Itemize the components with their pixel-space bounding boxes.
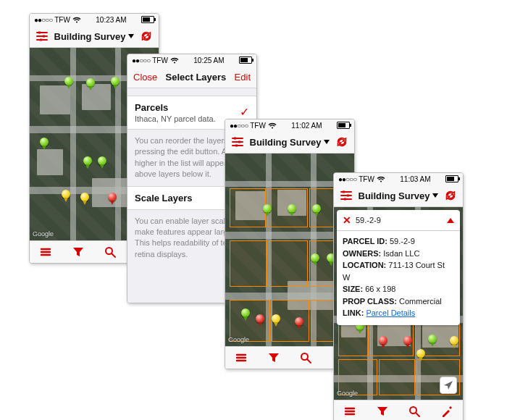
status-time: 10:23 AM — [96, 16, 126, 24]
list-button[interactable] — [38, 244, 54, 260]
pin-yellow[interactable] — [80, 193, 89, 201]
refresh-button[interactable] — [334, 134, 350, 150]
status-time: 11:02 AM — [291, 122, 322, 130]
project-title: Building Survey — [359, 190, 430, 201]
collapse-icon[interactable] — [447, 218, 454, 223]
status-bar: ●●○○○ TFW 11:02 AM — [225, 119, 354, 131]
parcel-outline[interactable] — [379, 359, 415, 395]
pin-yellow[interactable] — [62, 190, 70, 198]
filter-button[interactable] — [70, 244, 86, 260]
label-size: SIZE: — [343, 285, 363, 293]
parcel-outline[interactable] — [230, 240, 267, 287]
list-button[interactable] — [342, 403, 358, 419]
carrier-label: TFW — [250, 122, 266, 130]
layers-settings-button[interactable] — [34, 28, 50, 44]
pin-green[interactable] — [111, 77, 120, 85]
edit-button[interactable] — [439, 403, 455, 419]
status-time: 11:03 AM — [400, 175, 430, 183]
parcel-outline[interactable] — [269, 240, 308, 287]
svg-rect-10 — [344, 198, 346, 201]
chevron-down-icon — [128, 34, 134, 38]
svg-rect-8 — [343, 191, 345, 193]
parcel-outline[interactable] — [230, 188, 266, 227]
pin-green[interactable] — [311, 253, 319, 262]
parcel-detail-body: PARCEL ID: 59.-2-9 OWNERS: Isdan LLC LOC… — [337, 230, 460, 325]
search-button[interactable] — [406, 403, 422, 419]
search-button[interactable] — [298, 350, 314, 366]
label-location: LOCATION: — [343, 261, 386, 269]
search-button[interactable] — [102, 244, 118, 260]
pin-red[interactable] — [379, 336, 387, 345]
svg-rect-0 — [38, 32, 41, 34]
pin-yellow[interactable] — [450, 336, 458, 345]
battery-icon — [337, 122, 350, 129]
pin-red[interactable] — [256, 314, 264, 323]
map-view[interactable]: ✕ 59.-2-9 PARCEL ID: 59.-2-9 OWNERS: Isd… — [334, 207, 463, 400]
parcel-details-link[interactable]: Parcel Details — [366, 308, 415, 317]
locate-me-button[interactable] — [440, 377, 457, 394]
layers-settings-button[interactable] — [338, 188, 354, 203]
pin-green[interactable] — [86, 78, 95, 87]
layers-sheet-header: Close Select Layers Edit — [127, 66, 256, 88]
layers-settings-button[interactable] — [230, 134, 246, 150]
pin-red[interactable] — [295, 317, 303, 326]
chevron-down-icon — [324, 140, 330, 144]
pin-red[interactable] — [403, 336, 412, 345]
project-title: Building Survey — [250, 137, 322, 148]
pin-green[interactable] — [40, 138, 49, 146]
status-bar: ●●○○○ TFW 10:23 AM — [30, 14, 159, 25]
svg-rect-9 — [347, 195, 349, 197]
close-icon[interactable]: ✕ — [343, 214, 351, 226]
close-button[interactable]: Close — [133, 72, 157, 83]
refresh-button[interactable] — [138, 28, 154, 44]
app-header: Building Survey — [225, 131, 354, 154]
pin-green[interactable] — [64, 77, 73, 85]
signal-dots-icon: ●●○○○ — [230, 122, 248, 130]
pin-green[interactable] — [428, 335, 437, 343]
bottom-toolbar — [334, 400, 463, 420]
svg-rect-2 — [40, 39, 42, 41]
filter-button[interactable] — [266, 350, 282, 366]
pin-green[interactable] — [312, 204, 321, 213]
chevron-down-icon — [432, 193, 438, 198]
value-prop-class: Commercial — [399, 297, 442, 306]
signal-dots-icon: ●●○○○ — [338, 175, 356, 183]
label-link: LINK: — [343, 308, 364, 317]
pin-yellow[interactable] — [416, 349, 425, 358]
value-parcel-id: 59.-2-9 — [390, 237, 415, 245]
project-title-dropdown[interactable]: Building Survey — [250, 137, 330, 148]
pin-red[interactable] — [108, 193, 117, 201]
parcel-detail-card: ✕ 59.-2-9 PARCEL ID: 59.-2-9 OWNERS: Isd… — [337, 210, 460, 325]
screenshot-stage: ●●○○○ TFW 10:23 AM Building Survey — [0, 0, 507, 420]
map-attribution: Google — [33, 230, 54, 238]
label-owners: OWNERS: — [343, 249, 381, 258]
value-size: 66 x 198 — [365, 285, 395, 293]
filter-button[interactable] — [374, 403, 390, 419]
project-title-dropdown[interactable]: Building Survey — [54, 31, 135, 42]
checkmark-icon: ✓ — [240, 105, 249, 119]
signal-dots-icon: ●●○○○ — [132, 56, 150, 64]
svg-rect-6 — [235, 145, 238, 147]
project-title: Building Survey — [54, 31, 126, 42]
pin-yellow[interactable] — [272, 314, 280, 323]
carrier-label: TFW — [152, 56, 168, 64]
parcel-short-id: 59.-2-9 — [356, 216, 381, 224]
signal-dots-icon: ●●○○○ — [34, 16, 52, 24]
status-time: 10:25 AM — [193, 56, 224, 64]
wifi-icon — [268, 122, 277, 129]
status-bar: ●●○○○ TFW 10:25 AM — [127, 54, 256, 66]
svg-rect-4 — [234, 138, 236, 140]
edit-layers-button[interactable]: Edit — [235, 72, 251, 83]
list-button[interactable] — [233, 350, 249, 366]
refresh-button[interactable] — [443, 188, 458, 203]
layers-title: Select Layers — [166, 72, 227, 83]
pin-green[interactable] — [98, 156, 106, 165]
pin-green[interactable] — [241, 308, 250, 317]
pin-green[interactable] — [83, 156, 92, 165]
svg-rect-1 — [43, 35, 45, 38]
pin-green[interactable] — [263, 204, 272, 213]
pin-green[interactable] — [288, 204, 296, 213]
project-title-dropdown[interactable]: Building Survey — [359, 190, 439, 201]
svg-rect-5 — [238, 141, 240, 143]
wifi-icon — [72, 17, 81, 23]
